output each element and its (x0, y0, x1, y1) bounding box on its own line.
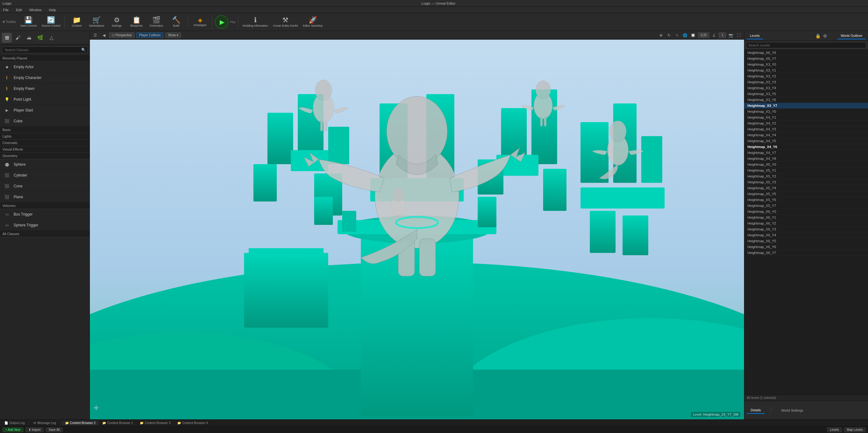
level-item-hm-x6-y0[interactable]: Heightmap_X6_Y0 (744, 209, 868, 214)
geometry-mode-button[interactable]: △ (46, 33, 56, 43)
category-volumes[interactable]: Volumes (0, 203, 90, 209)
modding-info-button[interactable]: ℹ Modding Information (241, 14, 270, 30)
item-empty-character[interactable]: Empty Character (0, 72, 90, 83)
level-item-hm-x4-y6[interactable]: Heightmap_X4_Y6 (744, 144, 868, 150)
level-item-hm-x5-y6[interactable]: Heightmap_X5_Y6 (744, 197, 868, 203)
levels-list[interactable]: Heightmap_X6_Y6Heightmap_X6_Y7Heightmap_… (744, 50, 868, 395)
content-browser-2-tab[interactable]: 📁 Content Browser 2 (62, 421, 99, 425)
level-item-hm-x5-y1[interactable]: Heightmap_X5_Y1 (744, 168, 868, 173)
menu-file[interactable]: File (2, 7, 10, 12)
rotate-icon[interactable]: ↻ (665, 32, 673, 39)
level-item-hm-x5-y7[interactable]: Heightmap_X5_Y7 (744, 203, 868, 209)
level-item-hm-x6-y1[interactable]: Heightmap_X6_Y1 (744, 214, 868, 221)
build-button[interactable]: 🔨 Build (167, 14, 186, 30)
level-item-hm-x5-y2[interactable]: Heightmap_X5_Y2 (744, 173, 868, 179)
item-sphere-trigger[interactable]: Sphere Trigger (0, 220, 90, 231)
levels-tab[interactable]: Levels (747, 33, 763, 39)
level-item-hm-x3-y7[interactable]: Heightmap_X3_Y7 (744, 103, 868, 109)
category-visual-effects[interactable]: Visual Effects (0, 146, 90, 153)
item-cylinder[interactable]: Cylinder (0, 170, 90, 181)
level-item-hm-x3-y6[interactable]: Heightmap_X3_Y6 (744, 97, 868, 103)
grid-size-button[interactable]: 0.25 (698, 33, 709, 38)
world-outliner-tab[interactable]: World Outliner (838, 33, 866, 39)
level-item-hm-x3-y1[interactable]: Heightmap_X3_Y1 (744, 68, 868, 73)
level-item-hm-x5-y4[interactable]: Heightmap_X5_Y4 (744, 185, 868, 191)
level-item-hm-x6-y6b[interactable]: Heightmap_X6_Y6 (744, 244, 868, 250)
level-item-hm-x4-y2[interactable]: Heightmap_X4_Y2 (744, 121, 868, 126)
level-item-hm-x4-y8[interactable]: Heightmap_X4_Y8 (744, 156, 868, 162)
show-button[interactable]: Show ▾ (165, 33, 181, 38)
level-item-hm-x4-y5[interactable]: Heightmap_X4_Y5 (744, 138, 868, 144)
landscape-mode-button[interactable]: ⛰ (24, 33, 34, 43)
level-item-hm-x4-y3[interactable]: Heightmap_X4_Y3 (744, 126, 868, 132)
output-log-tab[interactable]: 📄 Output Log (1, 421, 28, 425)
add-new-button[interactable]: + Add New (2, 427, 23, 432)
level-item-hm-x3-y0[interactable]: Heightmap_X3_Y0 (744, 62, 868, 68)
levels-search-input[interactable] (746, 42, 866, 48)
snap-icon[interactable]: 🔲 (690, 32, 696, 39)
angle-snap-icon[interactable]: ∠ (711, 32, 717, 39)
level-item-hm-x6-y2[interactable]: Heightmap_X6_Y2 (744, 221, 868, 226)
levels-status-button[interactable]: Levels (827, 427, 842, 432)
item-empty-actor[interactable]: Empty Actor (0, 62, 90, 72)
item-player-start[interactable]: Player Start (0, 105, 90, 116)
map-levels-button[interactable]: Map Levels (844, 427, 866, 432)
level-item-hm-x3-y5[interactable]: Heightmap_X3_Y5 (744, 91, 868, 97)
levels-lock-icon[interactable]: 🔒 (815, 33, 821, 39)
world-settings-tab[interactable]: World Settings (777, 407, 807, 413)
level-item-hm-x6-y4[interactable]: Heightmap_X6_Y4 (744, 232, 868, 238)
level-item-hm-x6-y7b[interactable]: Heightmap_X6_Y7 (744, 250, 868, 256)
level-item-hm-x5-y0[interactable]: Heightmap_X5_Y0 (744, 162, 868, 168)
editor-speedup-button[interactable]: 🚀 Editor SpeedUp (301, 14, 325, 30)
level-item-hm-x3-y4[interactable]: Heightmap_X3_Y4 (744, 85, 868, 91)
level-item-hm-x4-y1[interactable]: Heightmap_X4_Y1 (744, 114, 868, 121)
content-button[interactable]: 📁 Content (67, 14, 86, 30)
foliage-mode-button[interactable]: 🌿 (35, 33, 45, 43)
world-icon[interactable]: 🌐 (682, 32, 689, 39)
simplygon-button[interactable]: ◈ Simplygon (191, 14, 210, 30)
item-cube[interactable]: Cube (0, 116, 90, 127)
item-empty-pawn[interactable]: Empty Pawn (0, 83, 90, 94)
category-cinematic[interactable]: Cinematic (0, 140, 90, 146)
camera-speed-icon[interactable]: 📷 (727, 32, 734, 39)
scale-icon[interactable]: ⤡ (674, 32, 681, 39)
play-button[interactable]: ▶ (215, 15, 228, 29)
viewport[interactable]: ✛ Level: Heightmap_Z4_Y7_SM (90, 40, 744, 420)
level-item-hm-x6-y6[interactable]: Heightmap_X6_Y6 (744, 50, 868, 56)
category-lights[interactable]: Lights (0, 133, 90, 140)
paint-mode-button[interactable]: 🖌 (13, 33, 23, 43)
viewport-menu-icon[interactable]: ☰ (92, 32, 98, 39)
player-collision-button[interactable]: Player Collision (136, 33, 163, 38)
message-log-tab[interactable]: ✉ Message Log (30, 421, 59, 425)
level-item-hm-x5-y5[interactable]: Heightmap_X5_Y5 (744, 191, 868, 197)
translate-icon[interactable]: ⊕ (658, 32, 664, 39)
search-classes-input[interactable] (2, 46, 88, 53)
item-sphere[interactable]: Sphere (0, 159, 90, 170)
level-item-hm-x5-y3[interactable]: Heightmap_X5_Y3 (744, 179, 868, 185)
fov-button[interactable]: 1 (719, 33, 726, 38)
levels-settings-icon[interactable]: ⚙ (823, 33, 828, 39)
marketplace-button[interactable]: 🛒 Marketplace (87, 14, 106, 30)
level-item-hm-x3-y2[interactable]: Heightmap_X3_Y2 (744, 73, 868, 79)
category-basic[interactable]: Basic (0, 127, 90, 133)
settings-button[interactable]: ⚙ Settings (107, 14, 126, 30)
item-box-trigger[interactable]: Box Trigger (0, 209, 90, 220)
save-current-button[interactable]: 💾 Save Current (18, 14, 38, 30)
menu-window[interactable]: Window (28, 7, 43, 12)
level-item-hm-x3-y3[interactable]: Heightmap_X3_Y3 (744, 79, 868, 85)
level-item-hm-x4-y4[interactable]: Heightmap_X4_Y4 (744, 132, 868, 138)
level-item-hm-x6-y5[interactable]: Heightmap_X6_Y5 (744, 238, 868, 244)
viewport-prev-icon[interactable]: ◀ (100, 32, 107, 39)
import-button[interactable]: ⬇ Import (26, 427, 43, 432)
item-cone[interactable]: Cone (0, 181, 90, 192)
menu-edit[interactable]: Edit (15, 7, 23, 12)
cinematics-button[interactable]: 🎬 Cinematics (147, 14, 166, 30)
level-item-hm-x4-y7[interactable]: Heightmap_X4_Y7 (744, 150, 868, 156)
blueprints-button[interactable]: 📋 Blueprints (127, 14, 146, 30)
level-item-hm-x6-y3[interactable]: Heightmap_X6_Y3 (744, 226, 868, 232)
save-all-button[interactable]: Save All (46, 427, 63, 432)
menu-help[interactable]: Help (48, 7, 57, 12)
maximize-icon[interactable]: ⛶ (735, 32, 742, 39)
perspective-button[interactable]: ⬡ Perspective (109, 33, 134, 38)
conan-devkit-button[interactable]: ⚒ Conan Exiles Devkit (271, 14, 300, 30)
